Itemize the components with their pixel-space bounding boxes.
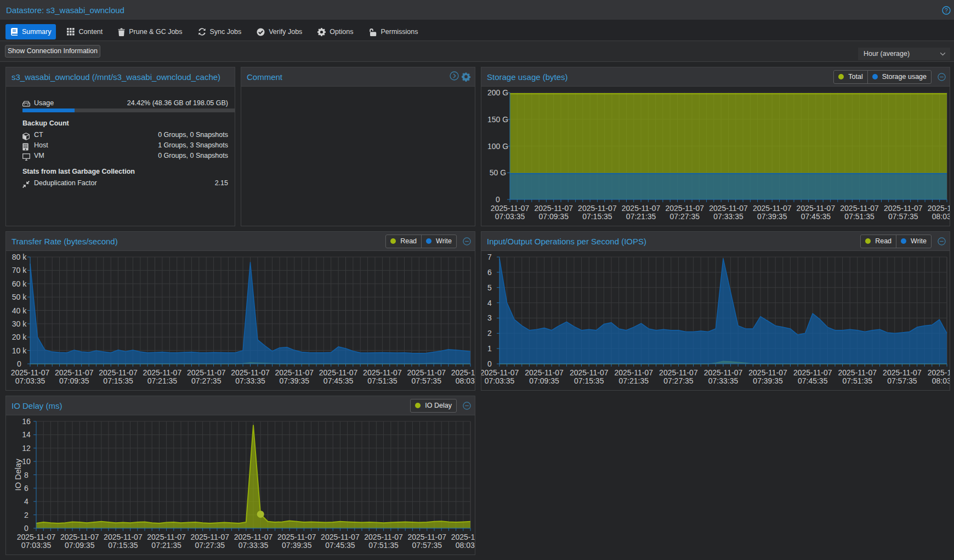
svg-text:07:39:35: 07:39:35 <box>753 376 783 385</box>
svg-text:2025-11-07: 2025-11-07 <box>928 204 950 213</box>
svg-text:2025-11-07: 2025-11-07 <box>17 533 56 541</box>
svg-text:07:39:35: 07:39:35 <box>282 541 312 550</box>
svg-text:07:09:35: 07:09:35 <box>529 376 559 385</box>
svg-text:50 k: 50 k <box>12 293 27 301</box>
svg-text:08:03:35: 08:03:35 <box>456 541 475 550</box>
svg-text:2025-11-07: 2025-11-07 <box>659 368 698 377</box>
svg-text:2025-11-07: 2025-11-07 <box>11 368 50 377</box>
svg-text:2025-11-07: 2025-11-07 <box>234 533 273 541</box>
svg-text:07:57:35: 07:57:35 <box>411 376 441 385</box>
svg-text:6: 6 <box>24 484 29 493</box>
svg-text:07:45:35: 07:45:35 <box>798 376 828 385</box>
svg-text:100 G: 100 G <box>487 142 508 151</box>
svg-text:07:03:35: 07:03:35 <box>21 541 52 550</box>
svg-text:20 k: 20 k <box>12 333 27 341</box>
svg-text:2025-11-07: 2025-11-07 <box>319 368 358 377</box>
svg-text:07:45:35: 07:45:35 <box>323 376 354 385</box>
svg-text:2025-11-07: 2025-11-07 <box>364 533 403 541</box>
svg-text:07:03:35: 07:03:35 <box>15 376 46 385</box>
svg-text:40 k: 40 k <box>12 306 27 315</box>
svg-text:07:39:35: 07:39:35 <box>757 212 787 221</box>
svg-text:07:15:35: 07:15:35 <box>582 212 612 221</box>
svg-text:2025-11-07: 2025-11-07 <box>570 368 609 377</box>
svg-text:2025-11-07: 2025-11-07 <box>277 533 316 541</box>
svg-text:2025-11-07: 2025-11-07 <box>143 368 182 377</box>
svg-text:07:27:35: 07:27:35 <box>663 376 694 385</box>
svg-text:2025-11-07: 2025-11-07 <box>191 533 230 541</box>
svg-text:2025-11-07: 2025-11-07 <box>615 368 654 377</box>
svg-text:07:45:35: 07:45:35 <box>325 541 355 550</box>
svg-text:0: 0 <box>24 524 29 533</box>
svg-text:0: 0 <box>487 359 492 368</box>
svg-text:10: 10 <box>22 457 31 466</box>
svg-text:2025-11-07: 2025-11-07 <box>363 368 402 377</box>
svg-text:16: 16 <box>22 417 31 426</box>
svg-text:2: 2 <box>24 511 29 519</box>
svg-text:2025-11-07: 2025-11-07 <box>55 368 94 377</box>
svg-text:2025-11-07: 2025-11-07 <box>753 204 792 213</box>
svg-text:2025-11-07: 2025-11-07 <box>231 368 270 377</box>
svg-text:07:15:35: 07:15:35 <box>108 541 138 550</box>
svg-text:2025-11-07: 2025-11-07 <box>491 204 530 213</box>
svg-text:5: 5 <box>487 283 492 292</box>
svg-text:2025-11-07: 2025-11-07 <box>797 204 836 213</box>
svg-text:2025-11-07: 2025-11-07 <box>407 368 446 377</box>
svg-text:2025-11-07: 2025-11-07 <box>451 533 475 541</box>
svg-text:07:27:35: 07:27:35 <box>191 376 222 385</box>
svg-text:2025-11-07: 2025-11-07 <box>99 368 138 377</box>
svg-text:07:33:35: 07:33:35 <box>713 212 743 221</box>
svg-text:2025-11-07: 2025-11-07 <box>884 204 923 213</box>
svg-text:07:21:35: 07:21:35 <box>147 376 178 385</box>
svg-text:2025-11-07: 2025-11-07 <box>60 533 99 541</box>
svg-text:80 k: 80 k <box>12 253 27 261</box>
svg-text:07:03:35: 07:03:35 <box>485 376 515 385</box>
svg-text:2025-11-07: 2025-11-07 <box>578 204 617 213</box>
svg-text:2025-11-07: 2025-11-07 <box>408 533 447 541</box>
svg-text:07:09:35: 07:09:35 <box>538 212 569 221</box>
svg-text:07:39:35: 07:39:35 <box>280 376 310 385</box>
svg-text:07:33:35: 07:33:35 <box>238 541 269 550</box>
svg-text:0: 0 <box>17 359 21 368</box>
svg-text:07:21:35: 07:21:35 <box>619 376 649 385</box>
svg-text:07:09:35: 07:09:35 <box>65 541 95 550</box>
svg-text:07:57:35: 07:57:35 <box>888 212 918 221</box>
svg-text:07:33:35: 07:33:35 <box>708 376 739 385</box>
svg-text:50 G: 50 G <box>490 168 506 177</box>
svg-text:07:15:35: 07:15:35 <box>103 376 133 385</box>
svg-text:2025-11-07: 2025-11-07 <box>666 204 705 213</box>
svg-text:0: 0 <box>496 195 500 204</box>
svg-text:08:03:35: 08:03:35 <box>932 212 950 221</box>
svg-text:2025-11-07: 2025-11-07 <box>840 204 879 213</box>
svg-text:2025-11-07: 2025-11-07 <box>104 533 143 541</box>
svg-text:07:21:35: 07:21:35 <box>151 541 181 550</box>
svg-text:2025-11-07: 2025-11-07 <box>525 368 564 377</box>
svg-text:200 G: 200 G <box>487 88 508 97</box>
svg-text:07:51:35: 07:51:35 <box>844 212 874 221</box>
svg-text:7: 7 <box>487 253 492 261</box>
svg-text:1: 1 <box>487 344 492 353</box>
svg-text:08:03:35: 08:03:35 <box>932 376 950 385</box>
svg-text:07:33:35: 07:33:35 <box>235 376 265 385</box>
svg-text:2025-11-07: 2025-11-07 <box>838 368 877 377</box>
svg-text:4: 4 <box>24 497 29 506</box>
svg-text:12: 12 <box>22 444 31 453</box>
svg-text:07:51:35: 07:51:35 <box>843 376 873 385</box>
svg-text:150 G: 150 G <box>487 115 508 124</box>
svg-text:60 k: 60 k <box>12 279 27 288</box>
svg-text:07:27:35: 07:27:35 <box>670 212 700 221</box>
svg-text:?: ? <box>945 7 948 14</box>
svg-text:07:27:35: 07:27:35 <box>195 541 225 550</box>
svg-text:3: 3 <box>487 313 492 322</box>
svg-text:14: 14 <box>22 430 31 439</box>
svg-text:70 k: 70 k <box>12 266 27 275</box>
svg-text:2025-11-07: 2025-11-07 <box>321 533 360 541</box>
svg-text:07:57:35: 07:57:35 <box>887 376 917 385</box>
svg-text:07:15:35: 07:15:35 <box>574 376 604 385</box>
svg-text:2025-11-07: 2025-11-07 <box>709 204 748 213</box>
svg-text:08:03:35: 08:03:35 <box>456 376 475 385</box>
svg-text:07:03:35: 07:03:35 <box>495 212 525 221</box>
svg-text:07:51:35: 07:51:35 <box>368 541 399 550</box>
svg-text:2025-11-07: 2025-11-07 <box>187 368 226 377</box>
svg-text:4: 4 <box>487 299 492 307</box>
svg-text:2025-11-07: 2025-11-07 <box>147 533 186 541</box>
